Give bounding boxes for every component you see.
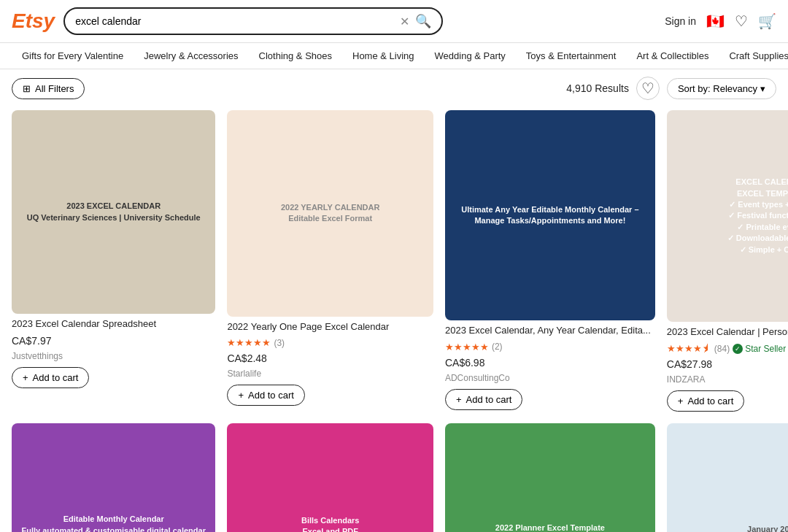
price: CA$2.48 [227,352,266,364]
product-image[interactable]: 2022 YEARLY CALENDAR Editable Excel Form… [227,110,433,317]
chevron-down-icon: ▾ [760,83,765,94]
product-image[interactable]: Bills Calendars Excel and PDF [227,423,433,532]
filter-button[interactable]: ⊞ All Filters [12,78,85,99]
seller-name: Justvetthings [12,351,215,361]
header-actions: Sign in 🇨🇦 ♡ 🛒 [665,12,776,30]
add-to-cart-label: Add to cart [33,372,79,383]
seller-name: ADConsultingCo [445,373,655,383]
cart-icon[interactable]: 🛒 [758,12,776,30]
sort-button[interactable]: Sort by: Relevancy ▾ [667,78,776,99]
seller-name: INDZARA [667,374,788,385]
price: CA$7.97 [12,335,51,347]
header: Etsy ✕ 🔍 Sign in 🇨🇦 ♡ 🛒 [0,0,788,43]
nav-item-clothing[interactable]: Clothing & Shoes [249,43,342,69]
product-image[interactable]: Ultimate Any Year Editable Monthly Calen… [445,110,655,320]
product-card: 2023 EXCEL CALENDAR UQ Veterinary Scienc… [12,110,215,412]
product-image[interactable]: January 2023 [667,423,788,532]
search-input[interactable] [75,15,394,27]
nav-bar: Gifts for Every Valentine Jewelry & Acce… [0,43,788,69]
logo[interactable]: Etsy [12,9,55,33]
product-title[interactable]: 2023 Excel Calendar, Any Year Calendar, … [445,325,655,337]
product-card: January 2023Colorful Excel Calendar 2023… [667,423,788,532]
product-card: 2022 Planner Excel Template2023 Calendar… [445,423,655,532]
ratings-row: ★★★★⯨ (84) ✓ Star Seller [667,343,788,354]
filter-label: All Filters [35,83,74,94]
clear-icon[interactable]: ✕ [400,15,409,28]
star-seller-badge: ✓ Star Seller [733,344,786,354]
add-to-cart-label: Add to cart [466,394,512,405]
add-to-cart-button[interactable]: +Add to cart [445,389,522,410]
search-bar: ✕ 🔍 [63,7,443,35]
add-to-cart-button[interactable]: +Add to cart [227,385,304,406]
plus-icon: + [678,396,684,406]
search-icon[interactable]: 🔍 [415,13,431,29]
toolbar-favorites-icon[interactable]: ♡ [636,77,660,100]
price: CA$6.98 [445,357,484,369]
add-to-cart-button[interactable]: +Add to cart [667,390,744,412]
nav-item-toys[interactable]: Toys & Entertainment [516,43,627,69]
sign-in-link[interactable]: Sign in [665,15,696,27]
filter-icon: ⊞ [23,83,31,94]
favorites-icon[interactable]: ♡ [735,12,748,30]
canada-flag-icon[interactable]: 🇨🇦 [706,12,725,30]
product-card: Bills Calendars Excel and PDFExcel Calen… [227,423,433,532]
price-row: CA$7.97 [12,335,215,347]
product-card: 2022 YEARLY CALENDAR Editable Excel Form… [227,110,433,412]
product-image[interactable]: 2022 Planner Excel Template [445,423,655,532]
add-to-cart-label: Add to cart [687,396,733,406]
product-title[interactable]: 2023 Excel Calendar | Personalized Excel… [667,326,788,339]
nav-item-home[interactable]: Home & Living [342,43,425,69]
nav-item-valentine[interactable]: Gifts for Every Valentine [12,43,134,69]
price: CA$27.98 [667,358,712,370]
plus-icon: + [23,372,28,383]
add-to-cart-button[interactable]: +Add to cart [12,367,89,388]
nav-item-wedding[interactable]: Wedding & Party [425,43,516,69]
products-grid: 2023 EXCEL CALENDAR UQ Veterinary Scienc… [0,107,788,532]
product-image[interactable]: EXCEL CALENDAR EXCEL TEMPLATE ✓ Event ty… [667,110,788,322]
sort-label: Sort by: Relevancy [678,83,757,94]
add-to-cart-label: Add to cart [248,390,294,401]
nav-item-craft[interactable]: Craft Supplies [719,43,788,69]
product-image[interactable]: Editable Monthly Calendar Fully automate… [12,423,215,532]
price-row: CA$2.48 [227,352,433,364]
product-title[interactable]: 2022 Yearly One Page Excel Calendar [227,321,433,334]
product-card: Ultimate Any Year Editable Monthly Calen… [445,110,655,412]
plus-icon: + [238,390,244,401]
price-row: CA$6.98 [445,357,655,369]
seller-name: Starlalife [227,369,433,379]
toolbar: ⊞ All Filters 4,910 Results ♡ Sort by: R… [0,69,788,107]
product-card: Editable Monthly Calendar Fully automate… [12,423,215,532]
plus-icon: + [456,394,462,405]
product-title[interactable]: 2023 Excel Calendar Spreadsheet [12,318,215,331]
product-card: EXCEL CALENDAR EXCEL TEMPLATE ✓ Event ty… [667,110,788,412]
ratings-row: ★★★★★ (2) [445,342,655,352]
nav-item-jewelry[interactable]: Jewelry & Accessories [134,43,248,69]
ratings-row: ★★★★★ (3) [227,337,433,348]
results-count: 4,910 Results [566,82,629,94]
nav-item-art[interactable]: Art & Collectibles [626,43,719,69]
product-image[interactable]: 2023 EXCEL CALENDAR UQ Veterinary Scienc… [12,110,215,314]
price-row: CA$27.98 [667,358,788,370]
